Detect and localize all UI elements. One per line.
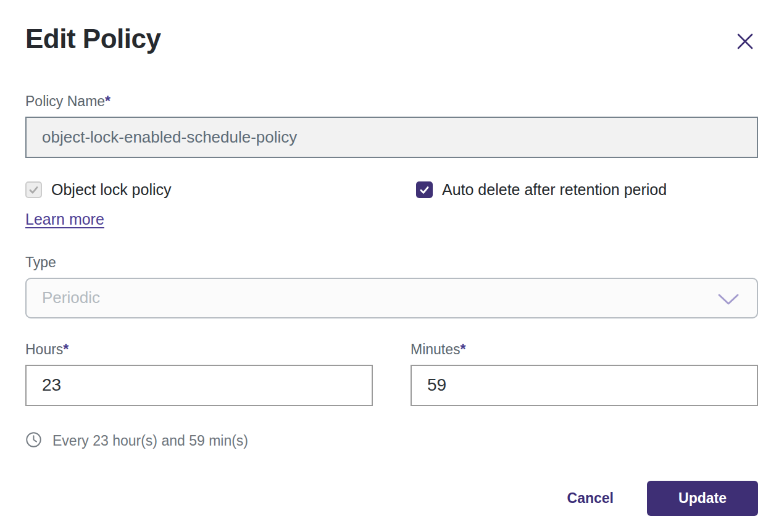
dialog-footer: Cancel Update <box>25 481 758 516</box>
type-select[interactable]: Periodic <box>25 278 758 318</box>
hours-input[interactable] <box>25 365 373 406</box>
type-selected-value: Periodic <box>42 288 100 307</box>
minutes-group: Minutes* <box>411 341 758 406</box>
required-asterisk: * <box>105 93 111 109</box>
auto-delete-label: Auto delete after retention period <box>442 181 667 199</box>
required-asterisk: * <box>461 341 466 357</box>
required-asterisk: * <box>63 341 69 357</box>
object-lock-checkbox: Object lock policy <box>25 181 416 199</box>
hours-label: Hours* <box>25 341 373 358</box>
learn-more-link[interactable]: Learn more <box>25 210 104 228</box>
close-icon <box>736 43 754 52</box>
close-button[interactable] <box>732 28 758 54</box>
hours-group: Hours* <box>25 341 373 406</box>
policy-name-group: Policy Name* <box>25 93 758 158</box>
cancel-button[interactable]: Cancel <box>567 490 614 507</box>
schedule-summary: Every 23 hour(s) and 59 min(s) <box>25 431 758 451</box>
checkbox-row: Object lock policy Learn more Auto delet… <box>25 181 758 228</box>
edit-policy-dialog: Edit Policy Policy Name* Object lock pol… <box>0 0 784 516</box>
policy-name-input[interactable] <box>25 117 758 158</box>
schedule-summary-text: Every 23 hour(s) and 59 min(s) <box>52 433 248 449</box>
clock-icon <box>25 431 42 451</box>
page-title: Edit Policy <box>25 23 161 55</box>
auto-delete-column: Auto delete after retention period <box>416 181 667 228</box>
checkbox-checked-disabled-icon <box>25 181 42 198</box>
checkbox-checked-icon <box>416 181 433 198</box>
type-group: Type Periodic <box>25 254 758 318</box>
hours-minutes-row: Hours* Minutes* <box>25 341 758 406</box>
auto-delete-checkbox[interactable]: Auto delete after retention period <box>416 181 667 199</box>
policy-name-label: Policy Name* <box>25 93 758 110</box>
minutes-input[interactable] <box>411 365 758 406</box>
dialog-header: Edit Policy <box>25 23 758 55</box>
update-button[interactable]: Update <box>647 481 758 516</box>
object-lock-label: Object lock policy <box>51 181 172 199</box>
object-lock-column: Object lock policy Learn more <box>25 181 416 228</box>
chevron-down-icon <box>717 293 740 306</box>
minutes-label: Minutes* <box>411 341 758 358</box>
type-label: Type <box>25 254 758 271</box>
